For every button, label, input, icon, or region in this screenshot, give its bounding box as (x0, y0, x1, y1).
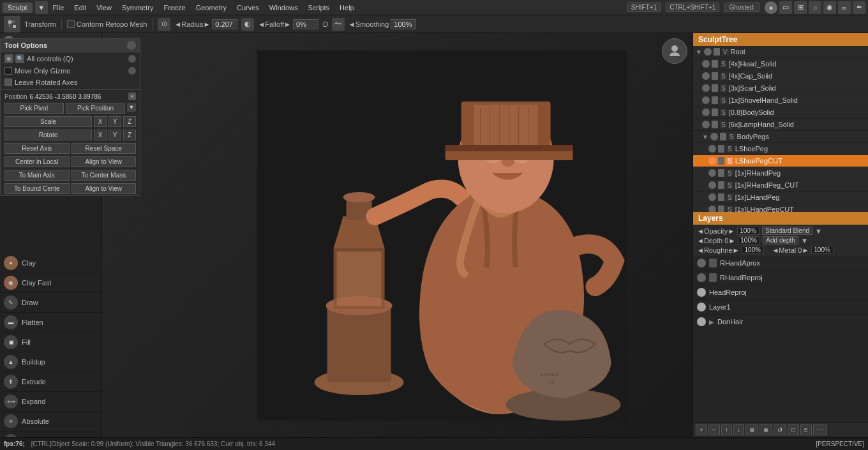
main-axis-button[interactable]: To Main Axis (4, 170, 70, 181)
layer-rhand-reproj[interactable]: RHandReproj (693, 271, 868, 285)
lock-root[interactable] (714, 48, 720, 56)
tree-rhand-peg-cut[interactable]: S [1x]RHandPeg_CUT (693, 179, 868, 191)
vis-pegs[interactable] (710, 133, 718, 140)
layer-solo-button[interactable]: □ (788, 424, 799, 435)
layer-vis-icon[interactable] (697, 259, 706, 267)
layer-lock-icon[interactable] (709, 259, 717, 267)
layer-del-button[interactable]: ⊗ (760, 424, 772, 435)
vis-lshoe-cut[interactable] (708, 157, 716, 165)
layer-vis4-icon[interactable] (697, 303, 706, 311)
center-local-button[interactable]: Center in Local (4, 156, 70, 167)
tool-buildup[interactable]: ▲ Buildup (0, 352, 101, 372)
align-view2-button[interactable]: Align to View (71, 183, 103, 194)
tree-scarf-solid[interactable]: S [3x]Scarf_Solid (693, 82, 868, 94)
lock-lshoe[interactable] (718, 145, 724, 153)
viewport[interactable]: HERES LIE (102, 33, 692, 437)
move-gizmo-checkbox[interactable] (4, 67, 12, 75)
lock-cap[interactable] (712, 72, 718, 80)
icon-monitor[interactable]: ▭ (779, 1, 792, 14)
layer-remove-button[interactable]: − (708, 424, 720, 435)
menu-scripts[interactable]: Scripts (303, 3, 334, 13)
layer-vis5-icon[interactable] (697, 317, 706, 326)
lock-lamp[interactable] (712, 121, 718, 128)
icon-grid[interactable]: ⊞ (794, 1, 807, 14)
icon-render[interactable]: ◉ (823, 1, 836, 14)
tool-clay[interactable]: ● Clay (0, 253, 101, 273)
falloff-value[interactable]: 0% (293, 19, 318, 29)
layer-down-button[interactable]: ↓ (733, 424, 744, 435)
radius-value[interactable]: 0.207 (212, 19, 237, 29)
tool-extrude[interactable]: ⬆ Extrude (0, 372, 101, 392)
tree-lhand-peg[interactable]: S [1x]LHandPeg (693, 191, 868, 204)
vis-root[interactable] (704, 48, 712, 56)
reset-space-button[interactable]: Reset Space (71, 143, 103, 154)
tree-head-solid[interactable]: S [4x]Head_Solid (693, 58, 868, 70)
layer-vis3-icon[interactable] (697, 288, 706, 297)
add-depth-dropdown[interactable]: Add depth (763, 236, 798, 244)
layer-vis2-icon[interactable] (697, 273, 706, 282)
smooth-icon[interactable]: 〜 (332, 18, 345, 31)
layer-add-button[interactable]: + (696, 424, 707, 435)
center-mass-button[interactable]: To Center Mass (71, 170, 103, 181)
opacity-value[interactable]: 100% (737, 227, 760, 235)
lock-pegs[interactable] (720, 133, 726, 140)
viewport-user-icon[interactable] (662, 38, 687, 64)
lock-rhand[interactable] (718, 169, 724, 177)
leave-axes-checkbox[interactable] (4, 79, 12, 86)
depth-value[interactable]: 100% (738, 236, 760, 244)
tree-body-solid[interactable]: S [0.8]BodySolid (693, 107, 868, 119)
tree-lamp-solid[interactable]: S [6x]LampHand_Solid (693, 119, 868, 131)
rotate-button[interactable]: Rotate (4, 130, 92, 140)
layer-head-reproj[interactable]: HeadReproj (693, 285, 868, 300)
vis-cap[interactable] (702, 72, 710, 80)
menu-file[interactable]: File (48, 3, 70, 13)
layer-more-button[interactable]: ⋯ (813, 424, 827, 435)
layer-layer1[interactable]: Layer1 (693, 300, 868, 315)
menu-icon-1[interactable]: ▼ (35, 1, 48, 14)
tool-scratches[interactable]: ∿ Scratches (0, 431, 101, 437)
lock-lhand[interactable] (718, 193, 724, 201)
rotate-x-button[interactable]: X (94, 130, 102, 140)
layer-up-button[interactable]: ↑ (721, 424, 732, 435)
tool-flatten[interactable]: ▬ Flatten (0, 313, 101, 333)
menu-curves[interactable]: Curves (232, 3, 264, 13)
metal-value[interactable]: 100% (811, 246, 834, 254)
tree-cap-solid[interactable]: S [4x]Cap_Solid (693, 70, 868, 82)
vis-scarf[interactable] (702, 84, 710, 92)
vis-rhand-cut[interactable] (708, 181, 716, 189)
layer-lock2-icon[interactable] (709, 273, 717, 282)
reset-axis-button[interactable]: Reset Axis (4, 143, 70, 154)
vis-body[interactable] (702, 109, 710, 116)
menu-freeze[interactable]: Freeze (158, 3, 190, 13)
layer-rhand-aprox[interactable]: RHandAprox (693, 256, 868, 271)
lock-lhand-cut[interactable] (718, 206, 724, 212)
app-name[interactable]: Sculpt (3, 3, 33, 13)
align-view-button[interactable]: Align to View (71, 156, 103, 167)
icon-circle1[interactable]: ● (765, 1, 777, 14)
tool-clay-fast[interactable]: ◉ Clay Fast (0, 273, 101, 293)
icon-pen[interactable]: ✒ (853, 1, 865, 14)
pick-position-button[interactable]: Pick Position (66, 103, 102, 114)
tree-body-pegs[interactable]: ▼ S BodyPegs (693, 131, 868, 143)
icon-sphere[interactable]: ○ (809, 1, 821, 14)
vis-lhand[interactable] (708, 193, 716, 201)
roughness-value[interactable]: 100% (742, 246, 764, 254)
layer-reset-button[interactable]: ↺ (774, 424, 786, 435)
menu-symmetry[interactable]: Symmetry (117, 3, 159, 13)
search-icon[interactable]: 🔍 (15, 54, 24, 63)
blend-mode-dropdown[interactable]: Standard Blend (762, 227, 812, 235)
vis-rhand[interactable] (708, 169, 716, 177)
vis-lhand-cut[interactable] (708, 206, 716, 212)
vis-lshoe[interactable] (708, 145, 716, 153)
tool-draw[interactable]: ✎ Draw (0, 293, 101, 313)
lock-rhand-cut[interactable] (718, 181, 724, 189)
tree-lhand-peg-cut[interactable]: S [1x]LHandPegCUT (693, 204, 868, 212)
lock-head[interactable] (712, 60, 718, 68)
icon-link[interactable]: ∞ (838, 1, 851, 14)
lock-body[interactable] (712, 109, 718, 116)
conform-checkbox[interactable] (67, 20, 75, 28)
scale-x-button[interactable]: X (94, 116, 102, 127)
lock-lshoe-cut[interactable] (718, 157, 724, 165)
smoothing-value[interactable]: 100% (391, 19, 416, 29)
layer-donhair[interactable]: ▶ DonHair (693, 315, 868, 329)
